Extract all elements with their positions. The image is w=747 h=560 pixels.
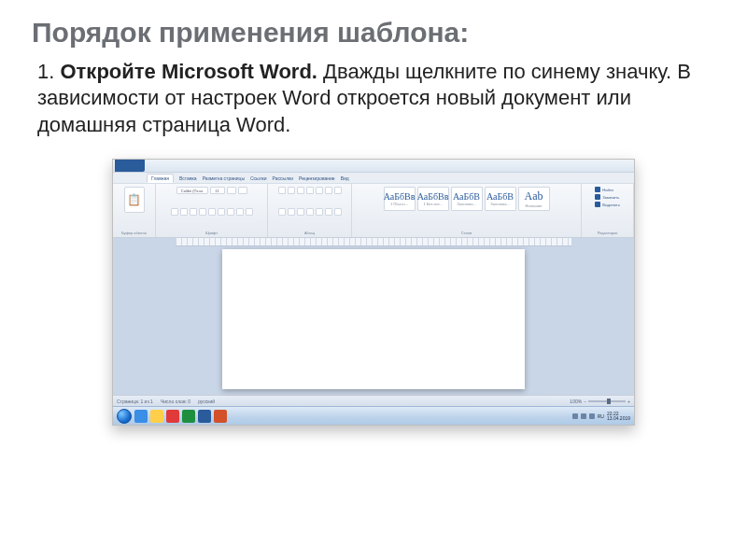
align-right-button[interactable]: [297, 208, 304, 216]
find-icon: [595, 187, 600, 192]
replace-icon: [595, 194, 600, 200]
indent-dec-button[interactable]: [306, 187, 314, 194]
replace-button[interactable]: Заменить: [595, 194, 619, 200]
start-button[interactable]: [117, 409, 132, 424]
tab-view[interactable]: Вид: [341, 175, 349, 181]
style-heading1[interactable]: АаБбВЗаголово...: [451, 187, 483, 211]
font-name-box[interactable]: Calibri (Осно: [176, 187, 208, 194]
style-normal[interactable]: АаБбВв1 Обычн...: [384, 187, 416, 211]
status-page: Страница: 1 из 1: [117, 399, 153, 404]
tab-review[interactable]: Рецензирование: [299, 175, 335, 181]
status-bar: Страница: 1 из 1 Число слов: 0 русский 1…: [113, 395, 634, 406]
group-font-label: Шрифт: [205, 231, 218, 235]
document-canvas[interactable]: [113, 238, 634, 395]
taskbar-date[interactable]: 13.04.2019: [607, 416, 630, 421]
status-lang: русский: [198, 399, 215, 404]
select-icon: [595, 202, 600, 207]
bullets-button[interactable]: [278, 187, 286, 194]
superscript-button[interactable]: [218, 208, 225, 216]
paste-button[interactable]: 📋: [124, 187, 145, 213]
ribbon: 📋 Буфер обмена Calibri (Осно 11: [113, 184, 634, 238]
group-styles: АаБбВв1 Обычн... АаБбВв1 Без инт... АаБб…: [352, 184, 582, 237]
word-screenshot: Главная Вставка Разметка страницы Ссылки…: [112, 159, 635, 426]
group-styles-label: Стили: [461, 231, 472, 235]
numbering-button[interactable]: [288, 187, 295, 194]
find-button[interactable]: Найти: [595, 187, 613, 192]
windows-taskbar: RU 22:22 13.04.2019: [113, 406, 634, 425]
underline-button[interactable]: [190, 208, 197, 216]
subscript-button[interactable]: [208, 208, 216, 216]
indent-inc-button[interactable]: [316, 187, 323, 194]
zoom-control[interactable]: 100% −+: [570, 399, 630, 404]
justify-button[interactable]: [306, 208, 314, 216]
taskbar-excel-icon[interactable]: [182, 410, 195, 423]
style-nospacing[interactable]: АаБбВв1 Без инт...: [417, 187, 449, 211]
status-words: Число слов: 0: [161, 399, 190, 404]
clipboard-icon: 📋: [127, 193, 141, 206]
tray-icon[interactable]: [572, 413, 578, 419]
multilevel-button[interactable]: [297, 187, 304, 194]
taskbar-word-icon[interactable]: [198, 410, 211, 423]
slide: Порядок применения шаблона: 1. Откройте …: [0, 0, 747, 560]
tab-layout[interactable]: Разметка страницы: [203, 175, 245, 181]
tab-insert[interactable]: Вставка: [179, 175, 197, 181]
sort-button[interactable]: [325, 187, 332, 194]
tab-refs[interactable]: Ссылки: [250, 175, 267, 181]
style-title[interactable]: AabНазвание: [518, 187, 550, 211]
step-bold: Откройте Microsoft Word.: [60, 60, 317, 83]
slide-title: Порядок применения шаблона:: [32, 17, 715, 49]
tray-icon[interactable]: [589, 413, 595, 419]
group-font: Calibri (Осно 11 Шрифт: [156, 184, 268, 237]
step-number: 1.: [37, 60, 54, 83]
ribbon-tabs: Главная Вставка Разметка страницы Ссылки…: [113, 173, 634, 184]
show-marks-button[interactable]: [334, 187, 342, 194]
taskbar-ie-icon[interactable]: [134, 410, 148, 423]
tab-mail[interactable]: Рассылки: [273, 175, 293, 181]
align-center-button[interactable]: [288, 208, 295, 216]
style-heading2[interactable]: АаБбВЗаголово...: [485, 187, 516, 211]
group-clipboard: 📋 Буфер обмена: [113, 184, 156, 237]
taskbar-explorer-icon[interactable]: [150, 410, 163, 423]
tab-home[interactable]: Главная: [147, 174, 174, 183]
tray-icon[interactable]: [581, 413, 586, 419]
grow-font-button[interactable]: [227, 187, 236, 194]
taskbar-yandex-icon[interactable]: [166, 410, 179, 423]
group-editing: Найти Заменить Выделить Редактиров: [582, 184, 634, 237]
font-size-box[interactable]: 11: [210, 187, 225, 194]
word-titlebar: [113, 160, 634, 173]
file-tab[interactable]: [115, 160, 145, 172]
page[interactable]: [222, 249, 525, 389]
zoom-value: 100%: [570, 399, 582, 404]
taskbar-powerpoint-icon[interactable]: [214, 410, 227, 423]
line-spacing-button[interactable]: [316, 208, 323, 216]
align-left-button[interactable]: [278, 208, 286, 216]
group-paragraph: Абзац: [268, 184, 352, 237]
group-clipboard-label: Буфер обмена: [121, 231, 147, 235]
ruler[interactable]: [176, 238, 571, 246]
taskbar-lang[interactable]: RU: [598, 413, 604, 419]
text-effects-button[interactable]: [227, 208, 234, 216]
group-paragraph-label: Абзац: [304, 231, 315, 235]
font-color-button[interactable]: [246, 208, 253, 216]
group-editing-label: Редактиров: [598, 231, 618, 235]
strike-button[interactable]: [199, 208, 206, 216]
bold-button[interactable]: [171, 208, 178, 216]
borders-button[interactable]: [334, 208, 342, 216]
slide-body: 1. Откройте Microsoft Word. Дважды щелкн…: [32, 59, 715, 139]
shading-button[interactable]: [325, 208, 332, 216]
italic-button[interactable]: [180, 208, 188, 216]
select-button[interactable]: Выделить: [595, 202, 619, 207]
shrink-font-button[interactable]: [238, 187, 247, 194]
highlight-button[interactable]: [236, 208, 244, 216]
